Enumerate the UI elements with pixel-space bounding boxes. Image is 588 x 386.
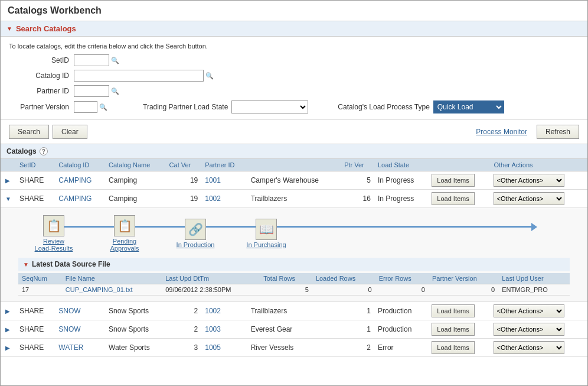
search-section-label: Search Catalogs [16, 24, 76, 33]
cell-catalog-id: SNOW [55, 320, 105, 339]
process-monitor-link[interactable]: Process Monitor [476, 128, 527, 136]
load-items-button[interactable]: Load Items [432, 174, 474, 187]
expand-cell[interactable]: ▶ [1, 171, 16, 190]
catalogs-help-icon[interactable]: ? [40, 147, 48, 155]
cell-catalog-id: CAMPING [55, 171, 105, 190]
row-expand-icon[interactable]: ▶ [4, 345, 11, 351]
review-load-results-icon: 📋 [43, 215, 64, 236]
th-expand [1, 159, 16, 171]
expand-cell[interactable]: ▶ [1, 302, 16, 320]
cell-partner-name: Everest Gear [247, 320, 341, 339]
refresh-button[interactable]: Refresh [537, 125, 579, 139]
partner-id-lookup-icon[interactable]: 🔍 [111, 87, 119, 95]
row-expand-icon[interactable]: ▶ [4, 177, 11, 184]
cell-other-actions: <Other Actions> [490, 190, 587, 208]
cell-load-state: Production [374, 302, 428, 320]
cell-partner-id: 1001 [201, 171, 247, 190]
partner-id-row: Partner ID 🔍 [9, 85, 579, 97]
load-items-button[interactable]: Load Items [432, 304, 474, 317]
load-items-button[interactable]: Load Items [432, 323, 474, 336]
workflow-step-production: 🔗 In Production [160, 219, 231, 248]
inner-table-header: SeqNum File Name Last Upd DtTm Total Row… [18, 273, 570, 284]
catalog-id-link[interactable]: SNOW [58, 307, 80, 315]
partner-id-label: Partner ID [9, 87, 74, 95]
review-load-results-label[interactable]: ReviewLoad-Results [35, 238, 73, 252]
catalogs-section-header: Catalogs ? [1, 144, 587, 159]
cell-load-state: Production [374, 320, 428, 339]
other-actions-select[interactable]: <Other Actions> [494, 341, 564, 354]
setid-input[interactable] [74, 54, 109, 66]
cell-last-upd: 09/06/2012 2:38:50PM [162, 284, 260, 296]
other-actions-wrapper: <Other Actions> [494, 192, 584, 205]
cell-other-actions: <Other Actions> [490, 339, 587, 357]
in-purchasing-label[interactable]: In Purchasing [246, 241, 286, 248]
partner-id-link[interactable]: 1002 [205, 307, 221, 315]
row-expand-icon[interactable]: ▼ [4, 196, 12, 202]
cell-partner-id: 1002 [201, 190, 247, 208]
other-actions-select[interactable]: <Other Actions> [494, 323, 564, 336]
th-cat-ver: Cat Ver [166, 159, 202, 171]
cell-seqnum: 17 [18, 284, 62, 296]
th-seqnum: SeqNum [18, 273, 62, 284]
cell-filename: CUP_CAMPING_01.txt [62, 284, 162, 296]
setid-lookup-icon[interactable]: 🔍 [111, 57, 119, 64]
row-expand-icon[interactable]: ▶ [4, 326, 11, 333]
partner-id-link[interactable]: 1005 [205, 343, 221, 352]
other-actions-select[interactable]: <Other Actions> [494, 192, 564, 205]
partner-id-link[interactable]: 1002 [205, 194, 221, 203]
catalogs-label: Catalogs [6, 147, 37, 155]
pending-approvals-icon: 📋 [114, 215, 135, 236]
catalog-id-input[interactable] [74, 70, 204, 82]
cell-catalog-name: Camping [105, 171, 166, 190]
latest-ds-label: Latest Data Source File [32, 260, 110, 268]
load-items-button[interactable]: Load Items [432, 192, 474, 205]
table-row: ▶ SHARE CAMPING Camping 19 1001 Camper's… [1, 171, 587, 190]
th-other-actions: Other Actions [490, 159, 587, 171]
cell-partner-version-inner: 0 [429, 284, 498, 296]
search-section-header: ▼ Search Catalogs [1, 21, 587, 37]
catalog-id-link[interactable]: SNOW [58, 325, 80, 333]
workflow-arrow [531, 223, 537, 231]
pending-approvals-label[interactable]: PendingApprovals [110, 238, 139, 252]
trading-partner-label: Trading Partner Load State [143, 103, 228, 111]
partner-id-link[interactable]: 1001 [205, 176, 221, 184]
trading-partner-select[interactable] [231, 100, 308, 113]
expand-cell[interactable]: ▶ [1, 320, 16, 339]
filename-link[interactable]: CUP_CAMPING_01.txt [66, 286, 133, 293]
catalog-id-link[interactable]: WATER [58, 343, 83, 352]
catalog-id-link[interactable]: CAMPING [58, 194, 92, 203]
search-hint: To locate catalogs, edit the criteria be… [9, 43, 579, 50]
partner-id-input[interactable] [74, 85, 109, 97]
other-actions-select[interactable]: <Other Actions> [494, 304, 564, 317]
catalog-id-row: Catalog ID 🔍 [9, 70, 579, 82]
th-last-upd: Last Upd DtTm [162, 273, 260, 284]
multi-row: Partner Version 🔍 Trading Partner Load S… [9, 100, 579, 113]
load-items-button[interactable]: Load Items [432, 341, 474, 354]
cell-setid: SHARE [16, 339, 55, 357]
inner-table-row: 17 CUP_CAMPING_01.txt 09/06/2012 2:38:50… [18, 284, 570, 296]
cell-other-actions: <Other Actions> [490, 171, 587, 190]
workflow-bar: 📋 ReviewLoad-Results 📋 PendingApprovals … [18, 213, 570, 258]
in-production-icon: 🔗 [185, 219, 206, 240]
in-production-label[interactable]: In Production [177, 241, 215, 248]
other-actions-select[interactable]: <Other Actions> [494, 174, 564, 187]
clear-button[interactable]: Clear [53, 125, 87, 139]
catalog-id-lookup-icon[interactable]: 🔍 [205, 72, 214, 80]
catalog-load-select[interactable]: Quick Load [433, 100, 504, 113]
search-button[interactable]: Search [9, 125, 49, 139]
expand-cell[interactable]: ▼ [1, 190, 16, 208]
th-partner-name [247, 159, 341, 171]
cell-cat-ver: 19 [166, 171, 202, 190]
expand-cell[interactable]: ▶ [1, 339, 16, 357]
other-actions-wrapper: <Other Actions> [494, 174, 584, 187]
partner-version-input[interactable] [74, 101, 97, 113]
cell-partner-id: 1002 [201, 302, 247, 320]
row-expand-icon[interactable]: ▶ [4, 308, 11, 314]
search-collapse-icon[interactable]: ▼ [6, 25, 12, 32]
catalog-id-link[interactable]: CAMPING [58, 176, 92, 184]
partner-id-link[interactable]: 1003 [205, 325, 221, 333]
partner-version-lookup-icon[interactable]: 🔍 [99, 103, 107, 111]
latest-ds-collapse-icon[interactable]: ▼ [23, 261, 29, 268]
workflow-step-pending: 📋 PendingApprovals [89, 215, 160, 252]
partner-version-part: Partner Version 🔍 [9, 101, 107, 113]
